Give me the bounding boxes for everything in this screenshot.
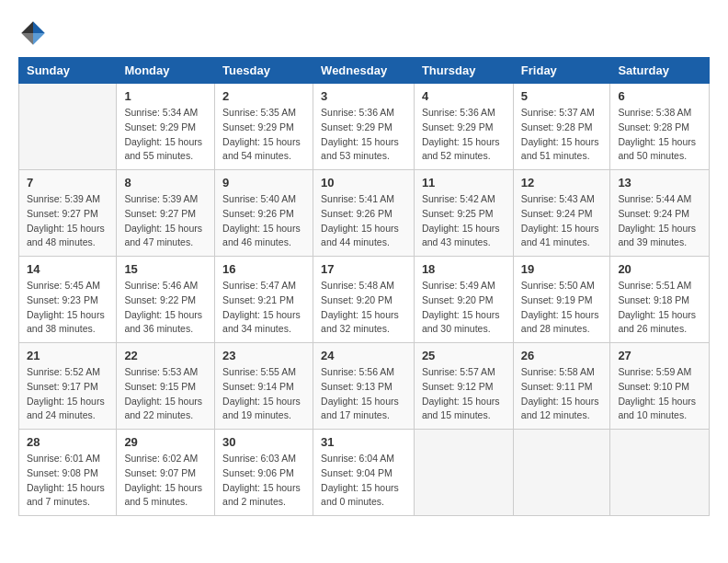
calendar-cell: 13Sunrise: 5:44 AM Sunset: 9:24 PM Dayli…	[610, 170, 710, 257]
calendar-cell: 31Sunrise: 6:04 AM Sunset: 9:04 PM Dayli…	[313, 430, 415, 516]
calendar-cell: 5Sunrise: 5:37 AM Sunset: 9:28 PM Daylig…	[513, 84, 610, 170]
day-number: 30	[222, 435, 305, 449]
day-info: Sunrise: 5:52 AM Sunset: 9:17 PM Dayligh…	[27, 365, 108, 423]
weekday-header-thursday: Thursday	[414, 58, 513, 84]
day-info: Sunrise: 6:01 AM Sunset: 9:08 PM Dayligh…	[27, 452, 108, 510]
calendar-cell	[610, 430, 710, 516]
day-info: Sunrise: 5:48 AM Sunset: 9:20 PM Dayligh…	[321, 279, 406, 337]
day-info: Sunrise: 5:42 AM Sunset: 9:25 PM Dayligh…	[422, 192, 506, 250]
day-number: 31	[321, 435, 406, 449]
day-number: 8	[124, 176, 207, 190]
day-info: Sunrise: 5:58 AM Sunset: 9:11 PM Dayligh…	[521, 365, 603, 423]
calendar-cell	[414, 430, 513, 516]
calendar-week-row: 28Sunrise: 6:01 AM Sunset: 9:08 PM Dayli…	[19, 430, 710, 516]
day-number: 6	[618, 89, 701, 103]
calendar-cell	[513, 430, 610, 516]
day-info: Sunrise: 5:47 AM Sunset: 9:21 PM Dayligh…	[222, 279, 305, 337]
calendar-cell: 17Sunrise: 5:48 AM Sunset: 9:20 PM Dayli…	[313, 257, 415, 343]
day-number: 21	[27, 349, 108, 362]
day-number: 28	[27, 435, 108, 449]
calendar-week-row: 21Sunrise: 5:52 AM Sunset: 9:17 PM Dayli…	[19, 343, 710, 430]
day-number: 25	[422, 349, 506, 362]
calendar-cell: 4Sunrise: 5:36 AM Sunset: 9:29 PM Daylig…	[414, 84, 513, 170]
calendar-cell: 19Sunrise: 5:50 AM Sunset: 9:19 PM Dayli…	[513, 257, 610, 343]
day-number: 9	[222, 176, 305, 190]
calendar-cell: 20Sunrise: 5:51 AM Sunset: 9:18 PM Dayli…	[610, 257, 710, 343]
calendar-week-row: 14Sunrise: 5:45 AM Sunset: 9:23 PM Dayli…	[19, 257, 710, 343]
day-info: Sunrise: 5:51 AM Sunset: 9:18 PM Dayligh…	[618, 279, 701, 337]
day-number: 13	[618, 176, 701, 190]
day-info: Sunrise: 5:34 AM Sunset: 9:29 PM Dayligh…	[124, 106, 207, 164]
calendar-cell: 26Sunrise: 5:58 AM Sunset: 9:11 PM Dayli…	[513, 343, 610, 430]
day-info: Sunrise: 5:35 AM Sunset: 9:29 PM Dayligh…	[222, 106, 305, 164]
day-number: 2	[222, 89, 305, 103]
day-number: 24	[321, 349, 406, 362]
day-info: Sunrise: 5:50 AM Sunset: 9:19 PM Dayligh…	[521, 279, 603, 337]
day-info: Sunrise: 5:59 AM Sunset: 9:10 PM Dayligh…	[618, 365, 701, 423]
svg-marker-1	[33, 33, 45, 45]
svg-marker-3	[21, 33, 33, 45]
svg-marker-0	[33, 21, 45, 33]
weekday-header-monday: Monday	[117, 58, 215, 84]
calendar-cell: 15Sunrise: 5:46 AM Sunset: 9:22 PM Dayli…	[117, 257, 215, 343]
weekday-header-saturday: Saturday	[610, 58, 710, 84]
weekday-header-row: SundayMondayTuesdayWednesdayThursdayFrid…	[19, 58, 710, 84]
calendar-cell: 22Sunrise: 5:53 AM Sunset: 9:15 PM Dayli…	[117, 343, 215, 430]
calendar-cell: 18Sunrise: 5:49 AM Sunset: 9:20 PM Dayli…	[414, 257, 513, 343]
day-info: Sunrise: 5:41 AM Sunset: 9:26 PM Dayligh…	[321, 192, 406, 250]
weekday-header-sunday: Sunday	[19, 58, 117, 84]
calendar-cell: 8Sunrise: 5:39 AM Sunset: 9:27 PM Daylig…	[117, 170, 215, 257]
day-number: 19	[521, 262, 603, 276]
day-info: Sunrise: 5:37 AM Sunset: 9:28 PM Dayligh…	[521, 106, 603, 164]
calendar-cell: 6Sunrise: 5:38 AM Sunset: 9:28 PM Daylig…	[610, 84, 710, 170]
day-number: 15	[124, 262, 207, 276]
day-info: Sunrise: 5:56 AM Sunset: 9:13 PM Dayligh…	[321, 365, 406, 423]
calendar-cell: 24Sunrise: 5:56 AM Sunset: 9:13 PM Dayli…	[313, 343, 415, 430]
day-info: Sunrise: 5:53 AM Sunset: 9:15 PM Dayligh…	[124, 365, 207, 423]
day-number: 22	[124, 349, 207, 362]
calendar-cell: 29Sunrise: 6:02 AM Sunset: 9:07 PM Dayli…	[117, 430, 215, 516]
calendar-cell: 11Sunrise: 5:42 AM Sunset: 9:25 PM Dayli…	[414, 170, 513, 257]
day-info: Sunrise: 5:57 AM Sunset: 9:12 PM Dayligh…	[422, 365, 506, 423]
logo-icon	[18, 18, 48, 48]
day-number: 27	[618, 349, 701, 362]
day-info: Sunrise: 6:04 AM Sunset: 9:04 PM Dayligh…	[321, 452, 406, 510]
weekday-header-wednesday: Wednesday	[313, 58, 415, 84]
page-header	[18, 18, 710, 48]
day-info: Sunrise: 5:39 AM Sunset: 9:27 PM Dayligh…	[124, 192, 207, 250]
calendar-cell: 7Sunrise: 5:39 AM Sunset: 9:27 PM Daylig…	[19, 170, 117, 257]
day-info: Sunrise: 5:44 AM Sunset: 9:24 PM Dayligh…	[618, 192, 701, 250]
day-number: 17	[321, 262, 406, 276]
calendar-table: SundayMondayTuesdayWednesdayThursdayFrid…	[18, 57, 710, 516]
calendar-cell: 12Sunrise: 5:43 AM Sunset: 9:24 PM Dayli…	[513, 170, 610, 257]
day-info: Sunrise: 6:03 AM Sunset: 9:06 PM Dayligh…	[222, 452, 305, 510]
calendar-week-row: 7Sunrise: 5:39 AM Sunset: 9:27 PM Daylig…	[19, 170, 710, 257]
day-number: 18	[422, 262, 506, 276]
day-number: 11	[422, 176, 506, 190]
calendar-cell: 21Sunrise: 5:52 AM Sunset: 9:17 PM Dayli…	[19, 343, 117, 430]
calendar-cell	[19, 84, 117, 170]
logo	[18, 18, 51, 48]
day-number: 20	[618, 262, 701, 276]
day-number: 1	[124, 89, 207, 103]
calendar-cell: 3Sunrise: 5:36 AM Sunset: 9:29 PM Daylig…	[313, 84, 415, 170]
day-info: Sunrise: 5:36 AM Sunset: 9:29 PM Dayligh…	[422, 106, 506, 164]
day-number: 12	[521, 176, 603, 190]
day-info: Sunrise: 6:02 AM Sunset: 9:07 PM Dayligh…	[124, 452, 207, 510]
day-number: 10	[321, 176, 406, 190]
day-info: Sunrise: 5:46 AM Sunset: 9:22 PM Dayligh…	[124, 279, 207, 337]
calendar-week-row: 1Sunrise: 5:34 AM Sunset: 9:29 PM Daylig…	[19, 84, 710, 170]
day-info: Sunrise: 5:38 AM Sunset: 9:28 PM Dayligh…	[618, 106, 701, 164]
day-info: Sunrise: 5:43 AM Sunset: 9:24 PM Dayligh…	[521, 192, 603, 250]
svg-marker-2	[21, 21, 33, 33]
day-number: 23	[222, 349, 305, 362]
day-info: Sunrise: 5:36 AM Sunset: 9:29 PM Dayligh…	[321, 106, 406, 164]
day-number: 14	[27, 262, 108, 276]
calendar-cell: 9Sunrise: 5:40 AM Sunset: 9:26 PM Daylig…	[215, 170, 313, 257]
day-number: 4	[422, 89, 506, 103]
day-number: 7	[27, 176, 108, 190]
day-number: 26	[521, 349, 603, 362]
calendar-cell: 25Sunrise: 5:57 AM Sunset: 9:12 PM Dayli…	[414, 343, 513, 430]
calendar-cell: 28Sunrise: 6:01 AM Sunset: 9:08 PM Dayli…	[19, 430, 117, 516]
day-info: Sunrise: 5:49 AM Sunset: 9:20 PM Dayligh…	[422, 279, 506, 337]
